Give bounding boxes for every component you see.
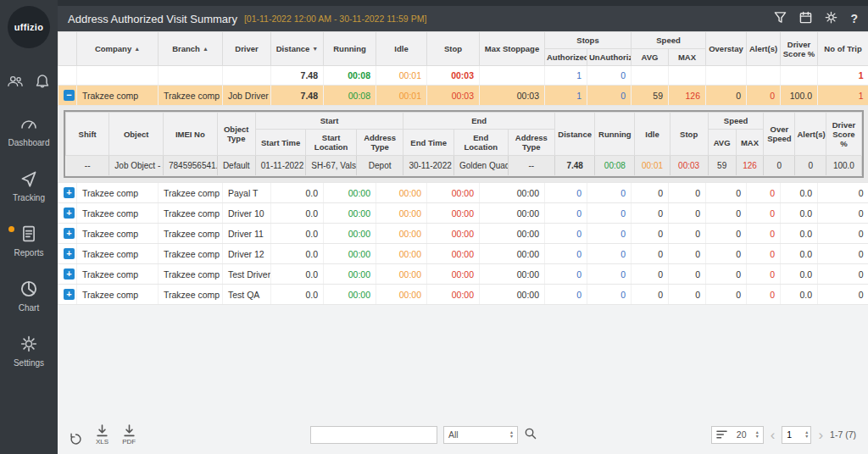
page-number-input-box: ▴▾: [782, 426, 811, 444]
gear-icon[interactable]: [825, 11, 837, 27]
table-row[interactable]: + Trakzee comp Trakzee comp Driver 12 0.…: [58, 244, 868, 264]
column-header-authorized[interactable]: Authorized: [545, 49, 587, 66]
column-header-branch[interactable]: Branch▲: [159, 32, 223, 66]
list-icon: [716, 430, 727, 439]
expand-row-button[interactable]: +: [64, 269, 75, 280]
dashboard-icon: [20, 115, 37, 134]
expand-row-button[interactable]: +: [64, 228, 75, 239]
cell-max-speed: 0: [669, 285, 706, 305]
download-icon: [123, 424, 136, 437]
table-row[interactable]: + Trakzee comp Trakzee comp Test QA 0.0 …: [58, 285, 868, 305]
app-logo[interactable]: uffizio: [8, 6, 50, 48]
bell-icon[interactable]: [35, 74, 50, 92]
sidebar-item-label: Settings: [14, 358, 44, 368]
page-size-select[interactable]: 20 ▴▾: [711, 426, 764, 444]
group-row-expanded[interactable]: − Trakzee comp Trakzee comp Job Driver 7…: [58, 86, 868, 106]
sidebar-item-tracking[interactable]: Tracking: [0, 170, 58, 202]
table-row[interactable]: + Trakzee comp Trakzee comp Driver 11 0.…: [58, 224, 868, 244]
detail-start-address-type: Depot: [356, 156, 403, 176]
schedule-icon[interactable]: [799, 11, 812, 27]
next-page-button[interactable]: ›: [818, 428, 823, 442]
detail-object: Job Object - Job Object: [109, 156, 164, 176]
table-row[interactable]: + Trakzee comp Trakzee comp Payal T 0.0 …: [58, 183, 868, 203]
cell-driver-score: 100.0: [781, 86, 818, 106]
column-header-avg[interactable]: AVG: [632, 49, 669, 66]
cell-distance: 7.48: [271, 86, 324, 106]
sidebar-item-dashboard[interactable]: Dashboard: [0, 115, 58, 147]
cell-branch: Trakzee comp: [159, 203, 223, 224]
sidebar-item-reports[interactable]: Reports: [0, 225, 58, 257]
expand-row-button[interactable]: +: [64, 248, 75, 259]
column-header-max-stoppage[interactable]: Max Stoppage: [480, 32, 545, 66]
search-button[interactable]: [524, 427, 537, 443]
pdf-download-button[interactable]: PDF: [122, 424, 136, 446]
cell-idle: 00:01: [376, 86, 427, 106]
cell-stop: 00:00: [427, 224, 480, 244]
page-number-input[interactable]: [787, 429, 802, 440]
cell-company: Trakzee comp: [77, 224, 159, 244]
column-header-company[interactable]: Company▲: [77, 32, 159, 66]
cell-unauthorized: 0: [587, 244, 632, 264]
app-window: uffizio Dashboard Tracking Reports Chart…: [0, 0, 868, 454]
cell-distance: 0.0: [271, 244, 324, 264]
cell-alerts: 0: [747, 264, 781, 285]
cell-distance: 0.0: [271, 285, 324, 305]
cell-no-of-trip: 0: [818, 224, 868, 244]
users-icon[interactable]: [8, 74, 23, 92]
detail-stop: 00:03: [670, 156, 708, 176]
search-field-select[interactable]: All ▴▾: [443, 426, 518, 444]
cell-unauthorized: 0: [587, 203, 632, 224]
column-header-driver-score[interactable]: Driver Score %: [781, 32, 818, 66]
cell-running: 00:00: [324, 244, 376, 264]
refresh-button[interactable]: [70, 433, 82, 446]
column-header-idle[interactable]: Idle: [376, 32, 427, 66]
xls-download-button[interactable]: XLS: [96, 424, 108, 446]
cell-driver: Driver 11: [223, 224, 271, 244]
table-row[interactable]: + Trakzee comp Trakzee comp Test Driver …: [58, 264, 868, 285]
cell-running: 00:00: [324, 183, 376, 203]
detail-column-stop: Stop: [670, 113, 708, 156]
cell-distance: 0.0: [271, 203, 324, 224]
expand-row-button[interactable]: +: [64, 208, 75, 219]
sidebar-item-settings[interactable]: Settings: [0, 335, 58, 368]
sort-asc-icon: ▲: [203, 46, 209, 52]
filter-icon[interactable]: [774, 11, 787, 27]
cell-authorized: 0: [545, 244, 587, 264]
cell-distance: 0.0: [271, 183, 324, 203]
column-header-distance[interactable]: Distance▼: [271, 32, 324, 66]
column-header-expand: [58, 32, 77, 66]
detail-row: Shift Object IMEI No Object Type Start E…: [58, 106, 868, 183]
detail-distance: 7.48: [555, 156, 595, 176]
column-group-stops: Stops: [545, 32, 632, 49]
search-input[interactable]: [310, 426, 437, 444]
help-icon[interactable]: ?: [850, 12, 858, 25]
sidebar-item-label: Tracking: [13, 193, 45, 202]
download-icon: [96, 424, 108, 437]
column-header-no-of-trip[interactable]: No of Trip: [818, 32, 868, 66]
cell-unauthorized: 0: [587, 285, 632, 305]
header-actions: ?: [774, 11, 858, 27]
cell-driver: Job Driver: [223, 86, 271, 106]
cell-company: Trakzee comp: [77, 183, 159, 203]
column-header-max[interactable]: MAX: [669, 49, 706, 66]
column-header-unauthorized[interactable]: UnAuthorized: [587, 49, 632, 66]
select-stepper-icon: ▴▾: [510, 430, 513, 439]
column-header-stop[interactable]: Stop: [427, 32, 480, 66]
selected-filter: All: [448, 429, 459, 440]
detail-avg: 59: [708, 156, 736, 176]
settings-icon: [20, 335, 37, 354]
cell-distance: 0.0: [271, 224, 324, 244]
column-header-running[interactable]: Running: [324, 32, 376, 66]
cell-max-stoppage: 00:00: [480, 203, 545, 224]
table-row[interactable]: + Trakzee comp Trakzee comp Driver 10 0.…: [58, 203, 868, 224]
sidebar-item-chart[interactable]: Chart: [0, 280, 58, 313]
expand-row-button[interactable]: +: [64, 187, 75, 198]
expand-row-button[interactable]: +: [64, 289, 75, 300]
column-header-alerts[interactable]: Alert(s): [747, 32, 781, 66]
select-stepper-icon: ▴▾: [756, 430, 759, 439]
prev-page-button[interactable]: ‹: [771, 428, 776, 442]
collapse-row-button[interactable]: −: [64, 90, 75, 101]
column-header-driver[interactable]: Driver: [223, 32, 271, 66]
column-header-overstay[interactable]: Overstay: [706, 32, 747, 66]
cell-max-speed: 0: [669, 264, 706, 285]
